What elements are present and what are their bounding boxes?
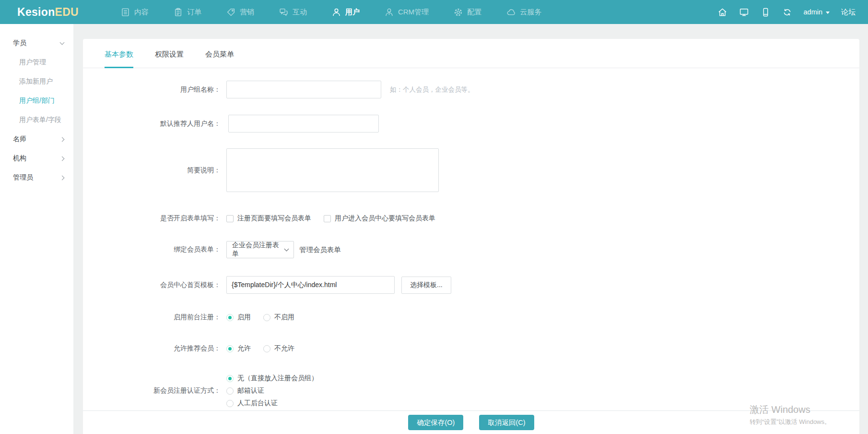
refresh-icon[interactable]: [782, 7, 792, 17]
sidebar-group-label: 名师: [13, 135, 26, 144]
field-label: 会员中心首页模板：: [83, 281, 221, 289]
field-label: 是否开启表单填写：: [83, 214, 221, 223]
sidebar-item-user-forms[interactable]: 用户表单/字段: [0, 110, 73, 130]
nav-item-orders[interactable]: 订单: [161, 0, 214, 24]
front-register-disable-radio[interactable]: [263, 314, 270, 321]
register-page-form-checkbox[interactable]: [226, 215, 234, 222]
nav-item-crm[interactable]: CRM管理: [372, 0, 441, 24]
top-navbar: KesionEDU 内容 订单 营销 互动 用户 CRM管理 配置: [0, 0, 868, 24]
home-icon[interactable]: [717, 7, 727, 17]
auth-option-none: 无（直接放入注册会员组）: [226, 374, 318, 383]
member-form-select[interactable]: 企业会员注册表单: [226, 241, 294, 258]
chevron-right-icon: [60, 175, 65, 180]
tab-member-menu[interactable]: 会员菜单: [205, 39, 234, 68]
nav-item-label: CRM管理: [398, 8, 429, 17]
allow-recommend-yes-radio[interactable]: [226, 345, 234, 352]
nav-item-label: 内容: [134, 8, 149, 17]
form-footer: 确定保存(O) 取消返回(C): [83, 410, 859, 434]
form-row-description: 简要说明：: [83, 148, 859, 192]
form-row-bind-form: 绑定会员表单： 企业会员注册表单 管理会员表单: [83, 241, 859, 258]
nav-item-settings[interactable]: 配置: [441, 0, 494, 24]
chevron-down-icon: [284, 246, 289, 251]
app-logo[interactable]: KesionEDU: [17, 6, 79, 19]
admin-user-menu[interactable]: admin: [804, 8, 830, 16]
nav-item-marketing[interactable]: 营销: [214, 0, 267, 24]
chevron-right-icon: [60, 137, 65, 142]
description-textarea[interactable]: [226, 148, 439, 192]
radio-label: 无（直接放入注册会员组）: [237, 374, 318, 383]
nav-item-label: 营销: [240, 8, 254, 17]
sidebar-item-label: 用户组/部门: [19, 96, 55, 105]
sidebar-item-user-groups[interactable]: 用户组/部门: [0, 91, 73, 110]
logo-text-primary: Kesion: [17, 6, 55, 18]
sidebar-group-students[interactable]: 学员: [0, 34, 73, 53]
front-register-enable-radio[interactable]: [226, 314, 234, 321]
form-row-auth-method: 新会员注册认证方式： 无（直接放入注册会员组） 邮箱认证 人工后台认证: [83, 374, 859, 408]
auth-option-manual: 人工后台认证: [226, 399, 318, 408]
sidebar: 学员 用户管理 添加新用户 用户组/部门 用户表单/字段 名师 机构 管理员: [0, 24, 73, 434]
field-label: 简要说明：: [83, 166, 221, 175]
nav-item-label: 互动: [293, 8, 307, 17]
save-button[interactable]: 确定保存(O): [408, 415, 463, 430]
form-row-home-template: 会员中心首页模板： 选择模板...: [83, 276, 859, 294]
radio-label: 不允许: [274, 344, 294, 353]
chevron-down-icon: [826, 12, 830, 14]
main-menu: 内容 订单 营销 互动 用户 CRM管理 配置 云服务: [108, 0, 554, 24]
allow-recommend-no-radio[interactable]: [263, 345, 270, 352]
nav-item-label: 用户: [345, 8, 360, 17]
cancel-button[interactable]: 取消返回(C): [479, 415, 534, 430]
sidebar-group-teachers[interactable]: 名师: [0, 130, 73, 149]
auth-none-radio[interactable]: [226, 375, 234, 382]
choose-template-button[interactable]: 选择模板...: [401, 277, 451, 294]
manage-member-form-link[interactable]: 管理会员表单: [299, 245, 341, 254]
tab-permissions[interactable]: 权限设置: [155, 39, 184, 68]
sidebar-item-label: 用户表单/字段: [19, 116, 61, 124]
radio-label: 人工后台认证: [237, 399, 278, 408]
radio-label: 不启用: [274, 313, 294, 322]
monitor-icon[interactable]: [739, 7, 749, 17]
nav-item-label: 云服务: [520, 8, 541, 17]
nav-item-users[interactable]: 用户: [319, 0, 372, 24]
home-template-input[interactable]: [226, 276, 395, 294]
auth-manual-radio[interactable]: [226, 400, 234, 407]
sidebar-item-user-management[interactable]: 用户管理: [0, 53, 73, 72]
nav-item-label: 配置: [467, 8, 481, 17]
group-name-input[interactable]: [226, 81, 381, 98]
mobile-icon[interactable]: [761, 7, 771, 17]
field-label: 绑定会员表单：: [83, 245, 221, 254]
field-label: 默认推荐人用户名：: [83, 120, 221, 128]
nav-item-interaction[interactable]: 互动: [267, 0, 319, 24]
tag-icon: [226, 8, 235, 17]
tab-bar: 基本参数 权限设置 会员菜单: [83, 39, 859, 68]
member-center-form-checkbox[interactable]: [324, 215, 331, 222]
form-row-referrer: 默认推荐人用户名：: [83, 115, 859, 133]
sidebar-item-label: 用户管理: [19, 58, 46, 67]
navbar-right: admin 论坛: [717, 7, 856, 17]
field-label: 新会员注册认证方式：: [83, 386, 221, 395]
cloud-icon: [506, 8, 516, 17]
sidebar-group-organizations[interactable]: 机构: [0, 149, 73, 168]
form-row-front-register: 启用前台注册： 启用 不启用: [83, 313, 859, 322]
content-card: 基本参数 权限设置 会员菜单 用户组名称： 如：个人会员，企业会员等。 默认推荐…: [83, 39, 859, 434]
chevron-down-icon: [60, 40, 65, 45]
form-row-form-fill: 是否开启表单填写： 注册页面要填写会员表单 用户进入会员中心要填写会员表单: [83, 214, 859, 223]
group-name-hint: 如：个人会员，企业会员等。: [390, 85, 474, 94]
nav-item-label: 订单: [187, 8, 201, 17]
sidebar-group-admins[interactable]: 管理员: [0, 168, 73, 187]
user-icon: [332, 8, 341, 17]
form-row-allow-recommend: 允许推荐会员： 允许 不允许: [83, 344, 859, 353]
radio-label: 允许: [237, 344, 251, 353]
chevron-right-icon: [60, 156, 65, 161]
tab-basic-params[interactable]: 基本参数: [105, 39, 133, 68]
checkbox-label: 用户进入会员中心要填写会员表单: [335, 214, 435, 223]
radio-label: 启用: [237, 313, 251, 322]
nav-item-content[interactable]: 内容: [108, 0, 161, 24]
clipboard-icon: [174, 8, 183, 17]
auth-email-radio[interactable]: [226, 387, 234, 395]
referrer-input[interactable]: [228, 115, 379, 133]
forum-link[interactable]: 论坛: [841, 8, 856, 17]
crm-user-icon: [385, 8, 394, 17]
sidebar-item-add-user[interactable]: 添加新用户: [0, 72, 73, 91]
nav-item-cloud[interactable]: 云服务: [494, 0, 554, 24]
sidebar-item-label: 添加新用户: [19, 77, 53, 86]
